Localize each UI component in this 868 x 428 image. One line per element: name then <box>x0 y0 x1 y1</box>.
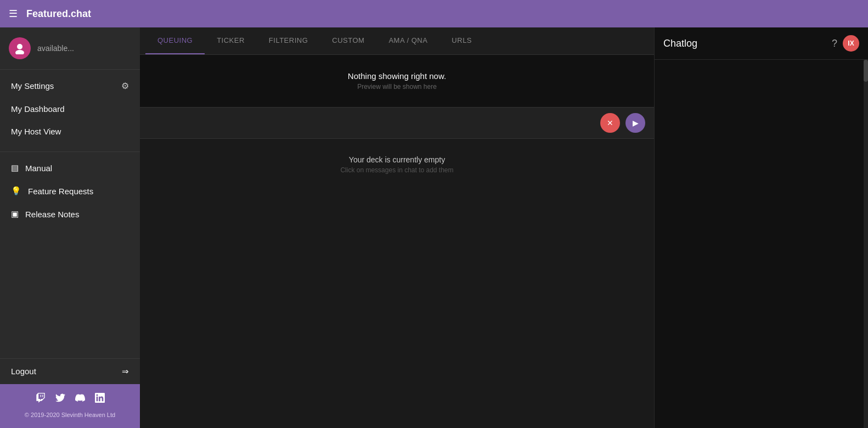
chatlog-panel: Chatlog ? IX <box>654 27 868 428</box>
copyright-text: © 2019-2020 Slevinth Heaven Ltd <box>9 411 131 419</box>
sidebar-spacer <box>0 226 140 358</box>
sidebar-item-label-my-settings: My Settings <box>11 81 54 91</box>
sidebar-item-feature-requests[interactable]: 💡 Feature Requests <box>0 179 140 202</box>
sidebar-item-my-host-view[interactable]: My Host View <box>0 120 140 143</box>
content-area: QUEUING TICKER FILTERING CUSTOM AMA / QN… <box>140 27 654 428</box>
play-button[interactable]: ▶ <box>625 113 645 133</box>
logout-icon: ⇒ <box>122 367 129 376</box>
tab-filtering[interactable]: FILTERING <box>257 27 320 54</box>
chatlog-header-right: ? IX <box>832 35 859 52</box>
hamburger-menu-icon[interactable]: ☰ <box>9 8 18 20</box>
sidebar-nav: My Settings ⚙ My Dashboard My Host View <box>0 70 140 147</box>
tab-urls[interactable]: URLS <box>439 27 484 54</box>
chatlog-scrollbar[interactable] <box>864 60 868 428</box>
lightbulb-icon: 💡 <box>11 186 21 196</box>
sidebar-item-manual[interactable]: ▤ Manual <box>0 156 140 179</box>
logout-label: Logout <box>11 367 36 376</box>
sidebar-item-label-manual: Manual <box>25 164 52 173</box>
sidebar-item-label-feature-requests: Feature Requests <box>28 187 93 196</box>
svg-point-0 <box>17 44 22 49</box>
sidebar-footer: © 2019-2020 Slevinth Heaven Ltd <box>0 384 140 428</box>
tab-ticker[interactable]: TICKER <box>205 27 257 54</box>
sidebar-divider <box>0 151 140 152</box>
svg-point-1 <box>15 50 24 54</box>
tab-content: Nothing showing right now. Preview will … <box>140 55 654 428</box>
chatlog-header: Chatlog ? IX <box>655 27 868 60</box>
tab-ama-qna[interactable]: AMA / QNA <box>376 27 439 54</box>
clear-button[interactable]: ✕ <box>600 113 620 133</box>
chatlog-title: Chatlog <box>663 38 697 49</box>
preview-title: Nothing showing right now. <box>156 71 638 81</box>
deck-empty-area: Your deck is currently empty Click on me… <box>140 139 654 428</box>
chatlog-scrollbar-thumb[interactable] <box>864 60 868 82</box>
sidebar-item-release-notes[interactable]: ▣ Release Notes <box>0 202 140 226</box>
twitch-icon[interactable] <box>36 393 46 406</box>
sidebar: available... My Settings ⚙ My Dashboard … <box>0 27 140 428</box>
linkedin-icon[interactable] <box>95 393 105 406</box>
chatlog-user-avatar[interactable]: IX <box>843 35 859 52</box>
sidebar-item-label-my-dashboard: My Dashboard <box>11 104 65 114</box>
tabs-bar: QUEUING TICKER FILTERING CUSTOM AMA / QN… <box>140 27 654 55</box>
sidebar-username: available... <box>37 44 74 53</box>
sidebar-item-label-my-host-view: My Host View <box>11 127 61 136</box>
tab-custom[interactable]: CUSTOM <box>320 27 376 54</box>
twitter-icon[interactable] <box>55 393 65 406</box>
sidebar-links: ▤ Manual 💡 Feature Requests ▣ Release No… <box>0 156 140 226</box>
app-title: Featured.chat <box>26 8 91 20</box>
deck-empty-subtitle: Click on messages in chat to add them <box>340 166 453 174</box>
chatlog-body[interactable] <box>655 60 868 428</box>
social-icons <box>9 393 131 406</box>
logout-button[interactable]: Logout ⇒ <box>0 358 140 384</box>
help-icon[interactable]: ? <box>832 38 837 49</box>
sidebar-item-my-settings[interactable]: My Settings ⚙ <box>0 74 140 98</box>
controls-bar: ✕ ▶ <box>140 108 654 139</box>
avatar[interactable] <box>9 37 31 59</box>
discord-icon[interactable] <box>75 393 85 406</box>
main-layout: available... My Settings ⚙ My Dashboard … <box>0 27 868 428</box>
notes-icon: ▣ <box>11 209 19 219</box>
deck-empty-title: Your deck is currently empty <box>349 155 445 164</box>
sidebar-item-my-dashboard[interactable]: My Dashboard <box>0 98 140 120</box>
preview-area: Nothing showing right now. Preview will … <box>140 55 654 108</box>
preview-subtitle: Preview will be shown here <box>156 83 638 91</box>
topbar: ☰ Featured.chat <box>0 0 868 27</box>
sidebar-item-label-release-notes: Release Notes <box>25 210 79 219</box>
gear-icon: ⚙ <box>121 81 129 91</box>
tab-queuing[interactable]: QUEUING <box>145 27 205 54</box>
manual-icon: ▤ <box>11 163 19 173</box>
sidebar-user-section: available... <box>0 27 140 70</box>
